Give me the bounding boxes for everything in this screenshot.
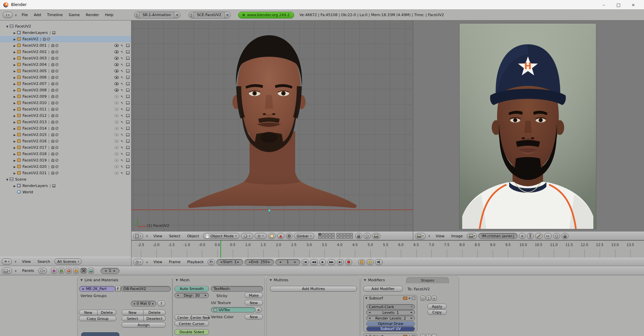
pivot-dropdown[interactable]: ⊙ ▾ xyxy=(255,233,267,239)
renderability-icon[interactable] xyxy=(126,69,129,73)
collapse-icon[interactable]: ▼ xyxy=(5,23,10,30)
render-levels-field[interactable]: ◀ Render Levels: 2 ▶ xyxy=(366,316,415,321)
menu-add[interactable]: Add xyxy=(31,13,44,17)
new-uv-texture-button[interactable]: New xyxy=(245,300,263,305)
increment-icon[interactable]: ▶ xyxy=(113,270,116,272)
keying-set-button[interactable] xyxy=(367,259,374,265)
collapse-panel-icon[interactable]: ▼ xyxy=(364,279,366,282)
delete-modifier-button[interactable]: × xyxy=(432,334,437,336)
renderability-icon[interactable] xyxy=(126,114,129,117)
editor-type-image-button[interactable]: ▾ xyxy=(415,233,426,239)
selectability-arrow-icon[interactable]: ↖ xyxy=(121,132,123,138)
visibility-eye-icon[interactable] xyxy=(114,114,119,117)
collapse-icon[interactable]: ▼ xyxy=(5,177,10,183)
collapse-menus-icon[interactable]: ∨ xyxy=(13,269,18,273)
material-help-button[interactable]: ? xyxy=(157,301,165,306)
render-visibility-icon[interactable] xyxy=(403,297,407,300)
selectability-arrow-icon[interactable]: ↖ xyxy=(121,93,123,100)
collapse-menus-icon[interactable]: ∨ xyxy=(145,234,150,238)
outliner-row[interactable]: ▼Scene xyxy=(0,176,131,183)
layer-toggle[interactable] xyxy=(332,236,335,239)
layer-toggle[interactable] xyxy=(325,236,328,239)
outliner-row[interactable]: ▶FaceUV2.003|↖ xyxy=(0,55,131,61)
paint-mode-button[interactable] xyxy=(535,233,543,239)
layer-toggle[interactable] xyxy=(322,236,325,239)
outliner-row[interactable]: ▶FaceUV2.019|↖ xyxy=(0,157,131,163)
collapse-menus-icon[interactable]: ∨ xyxy=(13,260,18,263)
outliner-row[interactable]: ▶FaceUV2| xyxy=(0,36,131,42)
expand-icon[interactable]: ▶ xyxy=(12,55,17,62)
outliner-row[interactable]: ▶FaceUV2.009|↖ xyxy=(0,93,131,100)
screen-selector[interactable]: ▴▾ SR:1-Animation × xyxy=(134,12,180,18)
maximize-button[interactable]: □ xyxy=(611,0,626,9)
delete-vertex-group-button[interactable]: Delete xyxy=(98,310,116,315)
layer-toggle[interactable] xyxy=(340,236,343,239)
expand-icon[interactable]: ▶ xyxy=(12,43,17,49)
3d-viewport-canvas[interactable]: (1) FaceUV2 xyxy=(131,20,413,232)
expand-icon[interactable]: ▶ xyxy=(12,81,17,87)
translate-manipulator-button[interactable] xyxy=(277,233,284,239)
delete-modifier-button[interactable]: × xyxy=(432,296,437,301)
visibility-eye-icon[interactable] xyxy=(114,152,119,155)
decrement-icon[interactable]: ◀ xyxy=(368,317,371,320)
script-buttons-tab[interactable] xyxy=(58,268,64,274)
outliner-row[interactable]: ▶FaceUV2.002|↖ xyxy=(0,49,131,55)
copy-group-button[interactable]: Copy Group xyxy=(79,316,116,321)
layer-toggle[interactable] xyxy=(318,236,321,239)
manipulator-toggle-button[interactable] xyxy=(268,233,276,239)
selectability-arrow-icon[interactable]: ↖ xyxy=(121,100,123,106)
menu-help[interactable]: Help xyxy=(102,13,116,17)
selectability-arrow-icon[interactable]: ↖ xyxy=(121,61,123,68)
increment-icon[interactable]: ▶ xyxy=(267,261,270,263)
outliner-row[interactable]: ▶FaceUV2.018|↖ xyxy=(0,151,131,157)
object-datablock-field[interactable]: OB:FaceUV2 xyxy=(121,286,171,292)
expand-icon[interactable]: ▶ xyxy=(12,164,17,170)
subsurf-uv-toggle[interactable]: Subsurf UV xyxy=(366,326,415,331)
scene-delete-button[interactable]: × xyxy=(224,12,230,18)
outliner-menu-view[interactable]: View xyxy=(19,259,34,264)
image-view-menu[interactable]: View xyxy=(433,234,447,238)
expand-icon[interactable]: ▶ xyxy=(12,145,17,151)
layer-toggle[interactable] xyxy=(328,236,331,239)
image-menu[interactable]: Image xyxy=(448,234,465,238)
reference-photo[interactable]: H xyxy=(460,23,596,229)
visibility-eye-icon[interactable] xyxy=(114,89,119,92)
outliner-row[interactable]: ▶FaceUV2.007|↖ xyxy=(0,81,131,87)
proportional-edit-button[interactable] xyxy=(364,233,371,239)
modifier-header[interactable]: ▼ Subsurf + xyxy=(364,295,417,301)
editor-type-3dview-button[interactable]: ▾ xyxy=(133,233,143,239)
material-index-field[interactable]: ◀ 0 Mat 0 ▶ xyxy=(131,301,156,306)
renderability-icon[interactable] xyxy=(126,108,129,111)
renderability-icon[interactable] xyxy=(126,121,129,124)
selectability-arrow-icon[interactable]: ↖ xyxy=(121,68,123,74)
outliner-row[interactable]: ▶FaceUV2.011|↖ xyxy=(0,106,131,112)
selectability-arrow-icon[interactable]: ↖ xyxy=(121,125,123,132)
timeline-ruler[interactable]: -2.5-2.0-1.5-1.0-0.50.00.51.01.52.02.53.… xyxy=(131,240,644,258)
panel-header[interactable]: ▼ Mesh xyxy=(176,278,190,282)
shading-buttons-tab[interactable] xyxy=(66,268,72,274)
audio-sync-button[interactable] xyxy=(375,259,383,265)
renderability-icon[interactable] xyxy=(126,152,129,155)
mode-dropdown[interactable]: Object Mode ▾ xyxy=(203,233,239,239)
datablock-menu-icon[interactable]: ≡ xyxy=(82,287,85,291)
layer-toggle[interactable] xyxy=(350,233,353,236)
timeline-playback-menu[interactable]: Playback xyxy=(184,260,206,264)
renderability-icon[interactable] xyxy=(126,172,129,175)
renderability-icon[interactable] xyxy=(126,82,129,85)
start-frame-field[interactable]: ◀ Start: 1 ▶ xyxy=(216,259,243,265)
increment-icon[interactable]: ▶ xyxy=(204,294,207,297)
expand-icon[interactable]: ▶ xyxy=(12,138,17,145)
collapse-panel-icon[interactable]: ▼ xyxy=(80,279,83,282)
auto-smooth-toggle[interactable]: Auto Smooth xyxy=(174,286,209,292)
outliner-row[interactable]: ▶FaceUV2.005|↖ xyxy=(0,68,131,74)
visibility-eye-icon[interactable] xyxy=(114,82,119,85)
selectability-arrow-icon[interactable]: ↖ xyxy=(121,163,123,170)
visibility-eye-icon[interactable] xyxy=(114,44,119,47)
outliner-row[interactable]: ▶RenderLayers| xyxy=(0,183,131,189)
update-auto-button[interactable] xyxy=(553,233,560,239)
screen-name[interactable]: SR:1-Animation xyxy=(140,12,174,18)
draw-type-dropdown[interactable]: ▾ xyxy=(241,233,253,239)
lock-layers-button[interactable] xyxy=(355,233,362,239)
expand-icon[interactable]: ▶ xyxy=(12,75,17,81)
decrement-icon[interactable]: ◀ xyxy=(368,311,371,314)
